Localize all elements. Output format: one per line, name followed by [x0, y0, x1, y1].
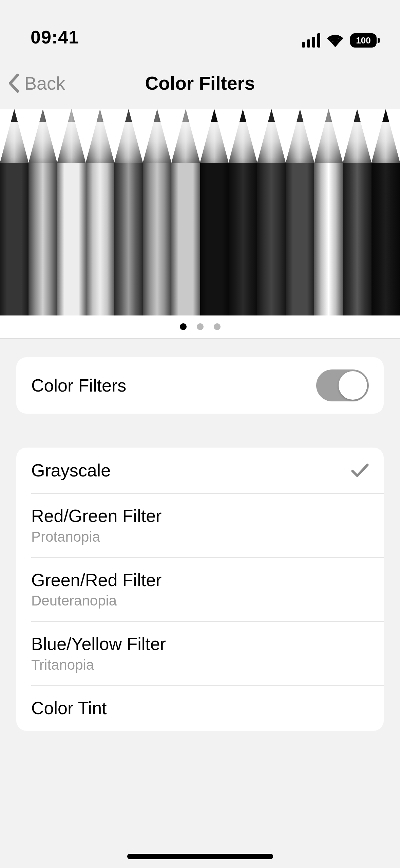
back-label: Back: [24, 73, 65, 94]
filter-sublabel: Tritanopia: [31, 657, 166, 673]
pencil: [229, 109, 257, 315]
checkmark-icon: [351, 463, 369, 478]
cellular-icon: [302, 33, 320, 48]
filter-row-red-green-filter[interactable]: Red/Green FilterProtanopia: [16, 493, 384, 557]
filter-row-color-tint[interactable]: Color Tint: [16, 685, 384, 731]
wifi-icon: [326, 34, 344, 47]
pencil: [286, 109, 314, 315]
status-indicators: 100: [302, 33, 380, 48]
page-dot[interactable]: [180, 323, 187, 330]
settings-content: Color Filters GrayscaleRed/Green FilterP…: [0, 339, 400, 731]
pencil-preview[interactable]: [0, 109, 400, 315]
home-indicator[interactable]: [127, 854, 273, 859]
filter-sublabel: Protanopia: [31, 529, 161, 545]
back-button[interactable]: Back: [7, 73, 65, 94]
pencil: [143, 109, 171, 315]
filter-label: Red/Green Filter: [31, 505, 161, 526]
pencil: [200, 109, 229, 315]
row-text: Red/Green FilterProtanopia: [31, 505, 161, 545]
page-title: Color Filters: [145, 72, 255, 94]
filter-label: Blue/Yellow Filter: [31, 633, 166, 654]
row-text: Green/Red FilterDeuteranopia: [31, 569, 161, 609]
pencil: [86, 109, 114, 315]
row-text: Blue/Yellow FilterTritanopia: [31, 633, 166, 673]
color-filters-switch[interactable]: [316, 369, 369, 401]
toggle-group: Color Filters: [16, 357, 384, 414]
battery-level: 100: [356, 35, 370, 46]
page-indicator: [0, 315, 400, 338]
pencil: [114, 109, 143, 315]
filter-label: Green/Red Filter: [31, 569, 161, 591]
pencil: [171, 109, 200, 315]
pencil: [343, 109, 372, 315]
nav-bar: Back Color Filters: [0, 58, 400, 109]
pencil: [28, 109, 57, 315]
filter-label: Grayscale: [31, 460, 111, 481]
filters-group: GrayscaleRed/Green FilterProtanopiaGreen…: [16, 448, 384, 731]
page-dot[interactable]: [214, 323, 221, 330]
filter-sublabel: Deuteranopia: [31, 593, 161, 609]
chevron-left-icon: [7, 73, 20, 93]
status-time: 09:41: [31, 26, 79, 48]
pencil: [57, 109, 85, 315]
pencil: [0, 109, 28, 315]
pencil: [372, 109, 400, 315]
preview-area: [0, 109, 400, 339]
filter-label: Color Tint: [31, 698, 107, 719]
filter-row-grayscale[interactable]: Grayscale: [16, 448, 384, 493]
color-filters-toggle-row[interactable]: Color Filters: [16, 357, 384, 414]
row-text: Color Tint: [31, 698, 107, 719]
battery-icon: 100: [350, 33, 380, 48]
toggle-label: Color Filters: [31, 375, 126, 396]
pencil: [257, 109, 286, 315]
filter-row-blue-yellow-filter[interactable]: Blue/Yellow FilterTritanopia: [16, 621, 384, 685]
pencil: [314, 109, 343, 315]
status-bar: 09:41 100: [0, 14, 400, 48]
switch-knob: [339, 371, 367, 400]
row-text: Grayscale: [31, 460, 111, 481]
filter-row-green-red-filter[interactable]: Green/Red FilterDeuteranopia: [16, 557, 384, 621]
page-dot[interactable]: [197, 323, 204, 330]
